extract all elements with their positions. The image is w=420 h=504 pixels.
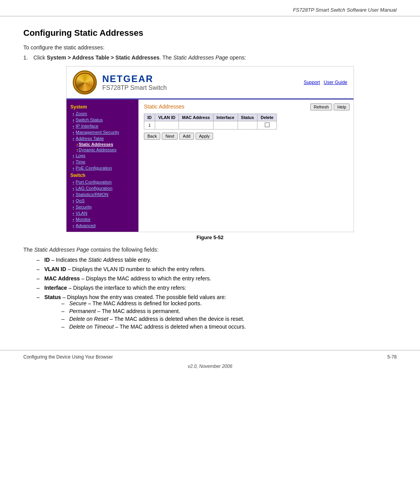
- field-status: – Status – Displays how the entry was cr…: [35, 294, 397, 331]
- next-button[interactable]: Next: [162, 133, 178, 140]
- sidebar-item-time[interactable]: Time: [66, 159, 138, 165]
- sidebar-item-monitor[interactable]: Monitor: [66, 216, 138, 222]
- status-secure: – Secure – The MAC Address is defined fo…: [60, 300, 246, 306]
- step1-after: . The: [159, 54, 173, 61]
- cell-vlan-id: [155, 121, 179, 130]
- step1-content: Click System > Address Table > Static Ad…: [33, 54, 246, 61]
- switch-section-label: Switch: [66, 171, 138, 179]
- sidebar-item-qos[interactable]: QoS: [66, 198, 138, 204]
- cell-mac-address: [179, 121, 214, 130]
- footer-center: v2.0, November 2006: [0, 362, 420, 373]
- ng-links: Support User Guide: [304, 80, 347, 85]
- cell-id: 1: [144, 121, 155, 130]
- status-subfields: – Secure – The MAC Address is defined fo…: [60, 300, 246, 330]
- footer-right: 5-78: [387, 354, 397, 360]
- col-delete: Delete: [257, 114, 277, 121]
- doc-content: Configuring Static Addresses To configur…: [0, 16, 420, 342]
- doc-title: FS728TP Smart Switch Software User Manua…: [293, 7, 397, 13]
- ng-brand-name: NETGEAR: [102, 74, 167, 84]
- cell-status: [238, 121, 257, 130]
- sidebar-item-static-addresses[interactable]: Static Addresses: [66, 142, 138, 147]
- step1-end: opens:: [228, 54, 246, 61]
- page-title: Configuring Static Addresses: [23, 28, 397, 38]
- sidebar-item-address-table[interactable]: Address Table: [66, 135, 138, 142]
- figure-label: Figure 5-52: [66, 234, 354, 240]
- ng-brand-subtitle: FS728TP Smart Switch: [102, 84, 167, 91]
- cell-delete[interactable]: [257, 121, 277, 130]
- sidebar-item-switch-status[interactable]: Switch Status: [66, 117, 138, 123]
- ng-action-buttons: Back Next Add Apply: [144, 133, 348, 140]
- sidebar-item-zoom[interactable]: Zoom: [66, 110, 138, 117]
- sidebar-item-vlan[interactable]: VLAN: [66, 210, 138, 216]
- field-vlan-id: – VLAN ID – Displays the VLAN ID number …: [35, 266, 397, 272]
- status-permanent: – Permanent – The MAC address is permane…: [60, 308, 246, 314]
- ng-brand: NETGEAR FS728TP Smart Switch: [102, 74, 167, 91]
- screenshot-container: NETGEAR FS728TP Smart Switch Support Use…: [66, 66, 354, 232]
- col-vlan-id: VLAN ID: [155, 114, 179, 121]
- intro-text: To configure the static addresses:: [23, 44, 397, 51]
- fields-list: – ID – Indicates the Static Address tabl…: [35, 257, 397, 331]
- step-number: 1.: [23, 54, 31, 61]
- back-button[interactable]: Back: [144, 133, 160, 140]
- ng-header: NETGEAR FS728TP Smart Switch Support Use…: [66, 66, 354, 100]
- cell-interface: [213, 121, 238, 130]
- add-button[interactable]: Add: [179, 133, 194, 140]
- help-button[interactable]: Help: [334, 103, 350, 110]
- footer-left: Configuring the Device Using Your Browse…: [23, 354, 113, 360]
- sidebar-item-statistics-rmon[interactable]: Statistics/RMON: [66, 191, 138, 198]
- delete-checkbox[interactable]: [265, 122, 270, 127]
- body-text: The Static Addresses Page contains the f…: [23, 247, 397, 253]
- col-id: ID: [144, 114, 155, 121]
- ng-main: Refresh Help Static Addresses ID VLAN ID…: [138, 100, 354, 232]
- sidebar-item-security[interactable]: Security: [66, 204, 138, 210]
- sidebar-item-logs[interactable]: Logs: [66, 152, 138, 159]
- support-link[interactable]: Support: [304, 80, 320, 85]
- ng-body: System Zoom Switch Status IP Interface M…: [66, 100, 354, 232]
- sidebar-item-dynamic-addresses[interactable]: Dynamic Addresses: [66, 147, 138, 152]
- field-id: – ID – Indicates the Static Address tabl…: [35, 257, 397, 263]
- ng-sidebar: System Zoom Switch Status IP Interface M…: [66, 100, 138, 232]
- ng-logo-area: NETGEAR FS728TP Smart Switch: [73, 70, 167, 94]
- doc-footer: Configuring the Device Using Your Browse…: [0, 350, 420, 362]
- static-addresses-table: ID VLAN ID MAC Address Interface Status …: [144, 114, 277, 130]
- userguide-link[interactable]: User Guide: [324, 80, 347, 85]
- sidebar-item-advanced[interactable]: Advanced: [66, 222, 138, 229]
- col-interface: Interface: [213, 114, 238, 121]
- table-row: 1: [144, 121, 277, 130]
- col-mac-address: MAC Address: [179, 114, 214, 121]
- page-name-italic: Static Addresses Page: [34, 247, 89, 253]
- step1-path: System > Address Table > Static Addresse…: [47, 54, 159, 61]
- ng-logo-inner: [75, 73, 94, 92]
- col-status: Status: [238, 114, 257, 121]
- sidebar-item-management-security[interactable]: Management Security: [66, 129, 138, 135]
- field-interface: – Interface – Displays the interface to …: [35, 285, 397, 291]
- refresh-button[interactable]: Refresh: [310, 103, 332, 110]
- doc-header: FS728TP Smart Switch Software User Manua…: [0, 0, 420, 16]
- apply-button[interactable]: Apply: [196, 133, 214, 140]
- sidebar-item-poe-configuration[interactable]: PoE Configuration: [66, 165, 138, 171]
- sidebar-item-ip-interface[interactable]: IP Interface: [66, 123, 138, 129]
- status-delete-on-reset: – Delete on Reset – The MAC address is d…: [60, 316, 246, 322]
- sidebar-item-lag-configuration[interactable]: LAG Configuration: [66, 185, 138, 191]
- table-header-row: ID VLAN ID MAC Address Interface Status …: [144, 114, 277, 121]
- ng-logo: [73, 70, 97, 94]
- system-section-label: System: [66, 103, 138, 110]
- ng-top-buttons: Refresh Help: [310, 103, 350, 110]
- step1-italic: Static Addresses Page: [173, 54, 228, 61]
- field-mac-address: – MAC Address – Displays the MAC address…: [35, 275, 397, 282]
- step1: 1. Click System > Address Table > Static…: [23, 54, 397, 61]
- sidebar-item-port-configuration[interactable]: Port Configuration: [66, 179, 138, 185]
- status-delete-on-timeout: – Delete on Timeout – The MAC address is…: [60, 324, 246, 330]
